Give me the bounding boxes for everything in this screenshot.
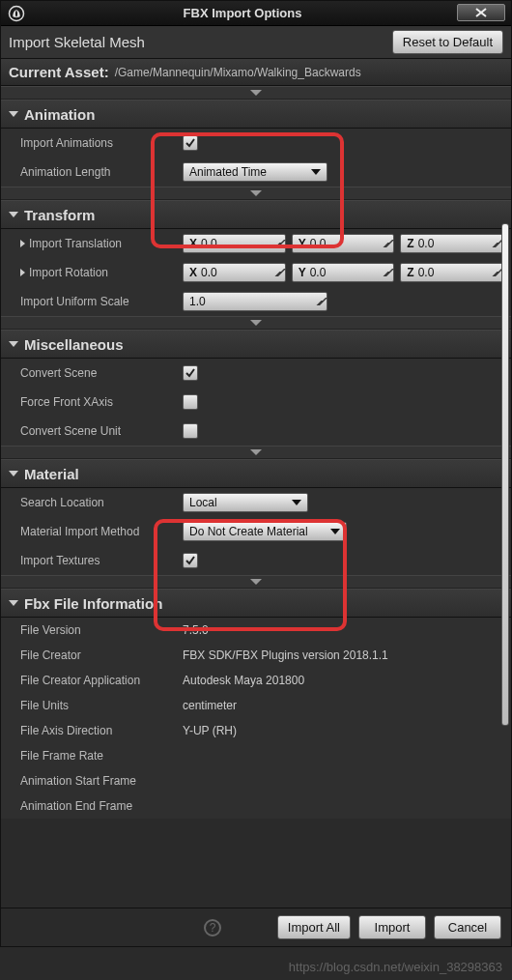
animation-length-value: Animated Time: [189, 165, 267, 179]
scrollbar[interactable]: [501, 223, 509, 726]
convert-scene-label: Convert Scene: [9, 366, 183, 380]
import-all-button[interactable]: Import All: [277, 915, 351, 939]
help-icon[interactable]: ?: [204, 919, 221, 937]
import-animations-label: Import Animations: [9, 136, 183, 150]
rotation-z-input[interactable]: Z0.0: [400, 263, 503, 282]
file-frame-rate-label: File Frame Rate: [9, 749, 183, 763]
material-import-method-value: Do Not Create Material: [189, 525, 308, 538]
expand-right-icon[interactable]: [20, 269, 25, 276]
translation-z-input[interactable]: Z0.0: [400, 234, 503, 253]
section-header-transform[interactable]: Transform: [1, 200, 511, 229]
current-asset-label: Current Asset:: [9, 64, 109, 80]
file-version-value: 7.5.0: [183, 623, 209, 637]
search-location-label: Search Location: [9, 496, 183, 509]
cancel-button[interactable]: Cancel: [434, 915, 501, 939]
import-mode-label: Import Skeletal Mesh: [9, 34, 145, 50]
search-location-value: Local: [189, 496, 217, 509]
rotation-x-input[interactable]: X0.0: [183, 263, 286, 282]
chevron-down-icon: [250, 320, 262, 326]
collapse-bar-animation[interactable]: [1, 187, 511, 200]
close-icon: [474, 8, 488, 17]
subtitle-row: Import Skeletal Mesh Reset to Default: [1, 26, 511, 59]
expand-icon: [9, 471, 18, 476]
drag-grip-icon: [383, 240, 390, 247]
collapse-bar-top[interactable]: [1, 86, 511, 100]
chevron-down-icon: [250, 449, 262, 455]
import-translation-label: Import Translation: [9, 237, 183, 250]
chevron-down-icon: [250, 190, 262, 196]
unreal-logo-icon: [5, 2, 28, 25]
material-import-method-dropdown[interactable]: Do Not Create Material: [183, 522, 347, 541]
section-header-miscellaneous[interactable]: Miscellaneous: [1, 330, 511, 359]
file-creator-value: FBX SDK/FBX Plugins version 2018.1.1: [183, 649, 388, 662]
section-header-animation[interactable]: Animation: [1, 100, 511, 129]
animation-end-frame-label: Animation End Frame: [9, 799, 183, 813]
uniform-scale-input[interactable]: 1.0: [183, 292, 327, 311]
animation-start-frame-label: Animation Start Frame: [9, 774, 183, 788]
expand-icon: [9, 600, 18, 606]
section-title: Fbx File Information: [24, 595, 162, 612]
chevron-down-icon: [330, 529, 340, 534]
window-title: FBX Import Options: [28, 6, 457, 20]
file-units-label: File Units: [9, 699, 183, 712]
collapse-bar-transform[interactable]: [1, 316, 511, 330]
chevron-down-icon: [250, 579, 262, 585]
material-import-method-label: Material Import Method: [9, 525, 183, 538]
svg-point-0: [10, 6, 24, 20]
expand-icon: [9, 111, 18, 117]
collapse-bar-material[interactable]: [1, 575, 511, 589]
convert-scene-unit-checkbox[interactable]: [183, 423, 198, 439]
import-rotation-label: Import Rotation: [9, 266, 183, 279]
chevron-down-icon: [311, 169, 321, 175]
drag-grip-icon: [316, 298, 324, 305]
force-front-xaxis-checkbox[interactable]: [183, 394, 198, 410]
drag-grip-icon: [383, 269, 390, 276]
import-uniform-scale-label: Import Uniform Scale: [9, 295, 183, 308]
file-creator-app-value: Autodesk Maya 201800: [183, 674, 304, 687]
expand-icon: [9, 212, 18, 217]
translation-x-input[interactable]: X0.0: [183, 234, 286, 253]
import-animations-checkbox[interactable]: [183, 135, 198, 151]
watermark-text: https://blog.csdn.net/weixin_38298363: [289, 960, 502, 974]
current-asset-row: Current Asset: /Game/Mannequin/Mixamo/Wa…: [1, 59, 511, 86]
file-units-value: centimeter: [183, 699, 237, 712]
import-textures-label: Import Textures: [9, 554, 183, 567]
section-title: Animation: [24, 106, 95, 123]
titlebar: FBX Import Options: [1, 1, 511, 26]
drag-grip-icon: [492, 269, 499, 276]
reset-to-default-button[interactable]: Reset to Default: [392, 30, 503, 54]
section-title: Material: [24, 466, 79, 482]
drag-grip-icon: [274, 269, 282, 276]
current-asset-path: /Game/Mannequin/Mixamo/Walking_Backwards: [115, 66, 361, 79]
translation-y-input[interactable]: Y0.0: [292, 234, 395, 253]
file-axis-direction-value: Y-UP (RH): [183, 724, 237, 737]
bottom-bar: ? Import All Import Cancel: [1, 908, 511, 946]
file-creator-label: File Creator: [9, 649, 183, 662]
chevron-down-icon: [292, 500, 301, 505]
file-creator-app-label: File Creator Application: [9, 674, 183, 687]
section-title: Miscellaneous: [24, 336, 124, 353]
drag-grip-icon: [492, 240, 499, 247]
animation-length-dropdown[interactable]: Animated Time: [183, 162, 327, 182]
drag-grip-icon: [274, 240, 282, 247]
chevron-down-icon: [250, 90, 262, 96]
import-textures-checkbox[interactable]: [183, 553, 198, 568]
expand-right-icon[interactable]: [20, 240, 25, 247]
section-header-material[interactable]: Material: [1, 459, 511, 488]
section-title: Transform: [24, 207, 95, 223]
file-axis-direction-label: File Axis Direction: [9, 724, 183, 737]
animation-length-label: Animation Length: [9, 165, 183, 179]
force-front-xaxis-label: Force Front XAxis: [9, 395, 183, 409]
rotation-y-input[interactable]: Y0.0: [292, 263, 395, 282]
close-button[interactable]: [457, 4, 505, 21]
section-header-fbx-info[interactable]: Fbx File Information: [1, 589, 511, 618]
file-version-label: File Version: [9, 623, 183, 637]
convert-scene-unit-label: Convert Scene Unit: [9, 424, 183, 438]
expand-icon: [9, 341, 18, 347]
collapse-bar-misc[interactable]: [1, 446, 511, 459]
import-button[interactable]: Import: [358, 915, 426, 939]
search-location-dropdown[interactable]: Local: [183, 493, 308, 512]
convert-scene-checkbox[interactable]: [183, 365, 198, 381]
